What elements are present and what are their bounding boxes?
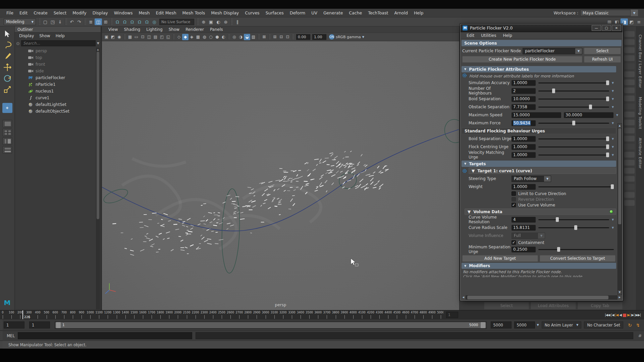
render-current-frame-icon[interactable]: ▣: [207, 18, 215, 25]
attr-value-field[interactable]: 1.0000: [512, 80, 536, 86]
tab-channel-box-layer-editor[interactable]: Channel Box / Layer Editor: [638, 35, 642, 88]
wireframe-icon[interactable]: ◇: [176, 34, 182, 40]
viewport-menu-view[interactable]: View: [105, 27, 121, 32]
depth-peeling-icon[interactable]: ▧: [250, 34, 257, 40]
make-live-icon[interactable]: ◎: [151, 18, 158, 25]
scrollbar-thumb[interactable]: [467, 296, 608, 299]
attr-slider[interactable]: [538, 247, 614, 252]
toolbar-grip[interactable]: [0, 17, 3, 26]
slider-handle[interactable]: [589, 105, 592, 109]
attributes-section-header[interactable]: ▼Particle Flocker Attributes: [462, 66, 616, 72]
checkbox-box[interactable]: [512, 191, 516, 196]
play-backwards-button[interactable]: ◀: [619, 313, 622, 317]
slider-handle[interactable]: [574, 225, 577, 230]
checkbox-use-curve-volume[interactable]: ✓Use Curve Volume: [461, 202, 616, 208]
viewport-menu-lighting[interactable]: Lighting: [143, 27, 166, 32]
select-tool-button[interactable]: [2, 29, 12, 39]
command-grip[interactable]: [0, 331, 3, 341]
attr-slider[interactable]: [538, 144, 609, 149]
add-target-button[interactable]: Add New Target: [462, 255, 538, 262]
outliner-item-persp[interactable]: persp: [16, 48, 100, 54]
auto-keyframe-icon[interactable]: ↻: [626, 322, 634, 328]
scroll-left-icon[interactable]: ◀: [461, 295, 466, 300]
construction-history-icon[interactable]: ⊕: [200, 18, 207, 25]
attr-options-icon[interactable]: ▼: [612, 137, 616, 140]
attr-value-field[interactable]: 2: [512, 88, 536, 94]
slider-handle[interactable]: [606, 80, 609, 85]
single-pane-layout-button[interactable]: [3, 120, 12, 127]
anim-layer-selector[interactable]: No Anim Layer▼: [542, 321, 582, 328]
menu-help[interactable]: Help: [411, 10, 427, 15]
menu-mesh[interactable]: Mesh: [136, 10, 153, 15]
attr-options-icon[interactable]: ▼: [612, 154, 616, 157]
mel-command-input[interactable]: [18, 332, 192, 339]
attr-options-icon[interactable]: ▼: [612, 145, 616, 148]
textured-icon[interactable]: ▩: [195, 34, 201, 40]
menu-windows[interactable]: Windows: [111, 10, 136, 15]
menu-uv[interactable]: UV: [308, 10, 320, 15]
lighting-all-icon[interactable]: ○: [208, 34, 214, 40]
view-transform-selector[interactable]: ONsRGB gamma▼: [327, 34, 366, 40]
viewport-menu-renderer[interactable]: Renderer: [182, 27, 207, 32]
chevron-down-icon[interactable]: ▼: [537, 323, 539, 326]
attr-options-icon[interactable]: ▼: [612, 81, 616, 84]
select-object-icon[interactable]: ◫: [95, 18, 102, 25]
background-select-button[interactable]: Select: [484, 302, 529, 309]
menu-select[interactable]: Select: [51, 10, 70, 15]
range-end-handle[interactable]: [481, 322, 485, 328]
close-button[interactable]: ✕: [612, 25, 621, 31]
open-scene-icon[interactable]: ◳: [49, 18, 56, 25]
mel-script-toggle[interactable]: MEL: [4, 334, 18, 338]
snap-grid-icon[interactable]: Ω: [114, 18, 121, 25]
snap-to-curve-vp-icon[interactable]: ⊟: [278, 34, 284, 40]
scroll-up-icon[interactable]: ▲: [96, 48, 100, 52]
slider-handle[interactable]: [606, 136, 609, 141]
outliner-menu-display[interactable]: Display: [17, 34, 36, 38]
outliner-item-top[interactable]: top: [16, 54, 100, 61]
modifiers-section-header[interactable]: ▼Modifiers: [462, 263, 616, 269]
attr-slider[interactable]: [538, 217, 609, 222]
gear-icon[interactable]: [462, 73, 467, 79]
four-pane-layout-button[interactable]: [3, 129, 12, 136]
playback-end-field[interactable]: 5000: [491, 321, 512, 328]
perspective-viewport[interactable]: ViewShadingLightingShowRendererPanels ▣◩…: [102, 26, 460, 310]
attr-value-field[interactable]: 50.9434: [512, 120, 536, 126]
slider-handle[interactable]: [556, 217, 559, 222]
menu-cache[interactable]: Cache: [346, 10, 365, 15]
slider-handle[interactable]: [606, 153, 609, 157]
slider-handle[interactable]: [606, 144, 609, 149]
steering-type-dropdown[interactable]: Path Follow▼: [512, 176, 551, 182]
scroll-up-icon[interactable]: ▲: [618, 124, 622, 128]
snap-view-plane-icon[interactable]: Ω: [143, 18, 151, 25]
filter-icon[interactable]: ⊙: [16, 41, 20, 46]
attr-slider[interactable]: [538, 120, 609, 126]
menu-generate[interactable]: Generate: [320, 10, 346, 15]
script-editor-icon[interactable]: #: [636, 333, 644, 338]
outliner-search-input[interactable]: [21, 40, 96, 46]
snap-curve-icon[interactable]: Ω: [121, 18, 128, 25]
attr-slider[interactable]: [538, 96, 609, 102]
menu-edit[interactable]: Edit: [16, 10, 31, 15]
xray-icon[interactable]: ◑: [237, 34, 244, 40]
attr-value-field[interactable]: 1.0000: [512, 136, 536, 142]
viewport-scene[interactable]: persp: [102, 41, 459, 310]
paint-select-tool-button[interactable]: [2, 51, 12, 61]
attr-value-field[interactable]: 10.0000: [512, 96, 536, 102]
range-slider[interactable]: 1 5000: [55, 321, 487, 329]
outliner-item-curve1[interactable]: curve1: [16, 95, 100, 101]
stop-button[interactable]: ■: [623, 312, 626, 317]
time-slider[interactable]: 0100200300400500600700800900100011001200…: [0, 310, 644, 319]
menu-set-selector[interactable]: Modeling▼: [4, 18, 36, 25]
select-component-icon[interactable]: ⊞: [102, 18, 109, 25]
current-node-dropdown[interactable]: particleFlocker▼: [523, 48, 582, 54]
attr-value-field[interactable]: 1.0000: [512, 152, 536, 158]
go-to-end-button[interactable]: ▶▶|: [635, 313, 641, 317]
tab-modeling-toolkit[interactable]: Modeling Toolkit: [638, 97, 642, 129]
step-back-frame-button[interactable]: |◀: [611, 313, 614, 317]
render-settings-icon[interactable]: ⊛: [222, 18, 229, 25]
workspace-selector[interactable]: Maya Classic: [580, 10, 631, 16]
attr-options-icon[interactable]: ▼: [612, 226, 616, 229]
scene-options-header[interactable]: Scene Options: [462, 40, 622, 46]
current-tool-button[interactable]: ⌖: [2, 103, 12, 113]
menu-create[interactable]: Create: [31, 10, 51, 15]
